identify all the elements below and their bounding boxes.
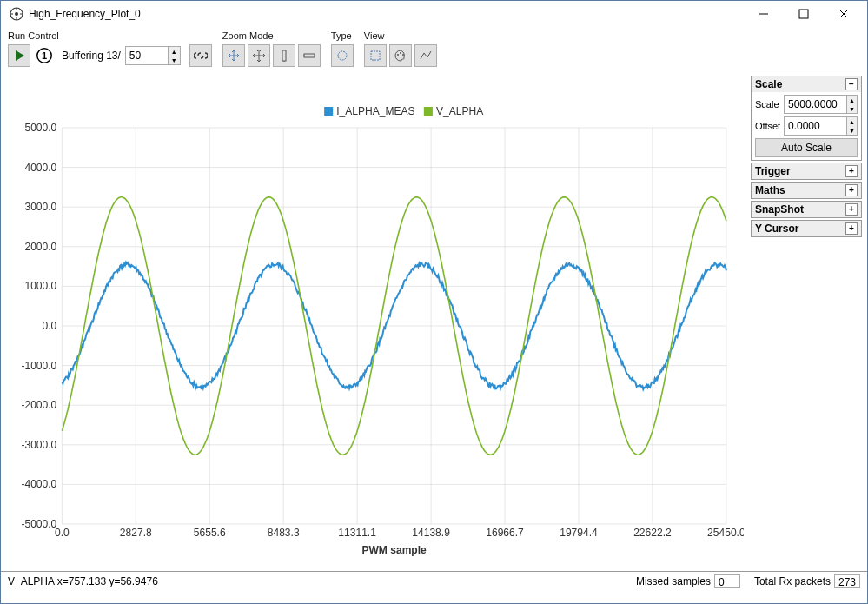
offset-input[interactable]	[785, 117, 846, 135]
scale-panel: Scale − Scale ▲▼ Offset ▲▼	[751, 76, 862, 161]
svg-rect-12	[371, 51, 380, 60]
svg-rect-59	[324, 107, 333, 116]
run-control-group: Run Control 1 Buffering 13/ ▲▼	[8, 30, 212, 67]
maximize-button[interactable]	[784, 1, 824, 27]
zoom-mode-group: Zoom Mode	[222, 30, 321, 67]
scale-panel-header[interactable]: Scale −	[752, 76, 861, 92]
buffer-size-input[interactable]	[126, 47, 168, 64]
svg-marker-6	[16, 50, 24, 61]
svg-text:14138.9: 14138.9	[412, 527, 450, 539]
missed-samples-value: 0	[714, 574, 740, 588]
svg-text:-4000.0: -4000.0	[21, 478, 56, 490]
maths-panel: Maths +	[751, 182, 862, 199]
scale-input[interactable]	[785, 96, 846, 113]
svg-text:5000.0: 5000.0	[24, 122, 56, 134]
svg-point-13	[397, 54, 399, 56]
svg-text:-1000.0: -1000.0	[21, 360, 56, 372]
buffer-down[interactable]: ▼	[169, 56, 180, 64]
svg-point-11	[338, 51, 347, 60]
svg-text:1: 1	[42, 50, 47, 61]
chart-area[interactable]: 0.02827.85655.68483.311311.114138.916966…	[1, 74, 751, 571]
window-title: High_Frequency_Plot_0	[29, 8, 744, 20]
statusbar: V_ALPHA x=757.133 y=56.9476 Missed sampl…	[1, 571, 867, 590]
rx-packets-label: Total Rx packets	[754, 575, 831, 587]
svg-text:11311.1: 11311.1	[338, 527, 376, 539]
svg-text:-5000.0: -5000.0	[21, 518, 56, 530]
plus-icon: +	[845, 222, 858, 235]
type-group: Type	[331, 30, 354, 67]
svg-point-1	[15, 12, 18, 16]
link-toggle[interactable]	[189, 44, 212, 67]
snapshot-panel-header[interactable]: SnapShot +	[752, 202, 861, 217]
close-button[interactable]	[824, 1, 864, 27]
svg-rect-9	[282, 50, 286, 61]
minus-icon: −	[845, 78, 858, 90]
pan-tool[interactable]	[248, 44, 270, 67]
maths-panel-header[interactable]: Maths +	[752, 183, 861, 198]
svg-text:4000.0: 4000.0	[24, 162, 56, 174]
offset-stepper[interactable]: ▲▼	[784, 116, 858, 136]
buffer-size-stepper[interactable]: ▲▼	[125, 46, 181, 65]
svg-text:I_ALPHA_MEAS: I_ALPHA_MEAS	[336, 105, 414, 117]
svg-rect-61	[424, 107, 433, 116]
svg-text:5655.6: 5655.6	[194, 527, 226, 539]
svg-text:-2000.0: -2000.0	[21, 399, 56, 411]
ycursor-panel-header[interactable]: Y Cursor +	[752, 221, 861, 236]
view-line-button[interactable]	[414, 44, 437, 67]
svg-text:3000.0: 3000.0	[24, 201, 56, 213]
trigger-panel: Trigger +	[751, 163, 862, 180]
cursor-readout: V_ALPHA x=757.133 y=56.9476	[8, 575, 622, 587]
plus-icon: +	[845, 203, 858, 216]
play-button[interactable]	[8, 44, 30, 67]
svg-text:2000.0: 2000.0	[24, 241, 56, 253]
svg-text:25450.0: 25450.0	[707, 527, 744, 539]
rx-packets-value: 273	[834, 574, 860, 588]
svg-text:1000.0: 1000.0	[24, 280, 56, 292]
zoom-vertical-tool[interactable]	[273, 44, 295, 67]
view-label: View	[364, 30, 437, 41]
run-control-label: Run Control	[8, 30, 212, 41]
scale-stepper[interactable]: ▲▼	[784, 95, 858, 114]
chart-canvas[interactable]: 0.02827.85655.68483.311311.114138.916966…	[10, 76, 744, 567]
svg-text:0.0: 0.0	[55, 527, 70, 539]
svg-text:V_ALPHA: V_ALPHA	[436, 105, 483, 117]
type-label: Type	[331, 30, 354, 41]
svg-rect-3	[799, 10, 808, 18]
svg-point-14	[400, 52, 401, 54]
zoom-horizontal-tool[interactable]	[298, 44, 321, 67]
svg-rect-10	[304, 54, 315, 57]
scale-field-label: Scale	[755, 99, 781, 110]
toolbar: Run Control 1 Buffering 13/ ▲▼ Zoom Mode	[1, 27, 867, 74]
svg-text:2827.8: 2827.8	[120, 527, 152, 539]
plus-icon: +	[845, 165, 858, 177]
side-panel: Scale − Scale ▲▼ Offset ▲▼	[751, 74, 867, 571]
svg-text:8483.3: 8483.3	[268, 527, 300, 539]
svg-text:16966.7: 16966.7	[486, 527, 524, 539]
svg-text:0.0: 0.0	[43, 320, 57, 332]
trigger-panel-header[interactable]: Trigger +	[752, 163, 861, 179]
buffering-label: Buffering 13/	[62, 50, 121, 62]
auto-scale-button[interactable]: Auto Scale	[755, 138, 858, 157]
cursor-tool[interactable]	[222, 44, 245, 67]
titlebar: High_Frequency_Plot_0	[1, 1, 867, 27]
svg-text:-3000.0: -3000.0	[21, 439, 56, 451]
ycursor-panel: Y Cursor +	[751, 220, 862, 237]
app-icon	[10, 7, 23, 21]
run-once-button[interactable]: 1	[33, 44, 56, 67]
svg-text:19794.4: 19794.4	[560, 527, 598, 539]
offset-field-label: Offset	[755, 121, 781, 131]
svg-text:22622.2: 22622.2	[633, 527, 672, 539]
snapshot-panel: SnapShot +	[751, 201, 862, 218]
svg-text:PWM sample: PWM sample	[361, 544, 427, 556]
buffer-up[interactable]: ▲	[169, 47, 180, 56]
view-group: View	[364, 30, 437, 67]
type-scope-button[interactable]	[331, 44, 354, 67]
svg-point-15	[402, 54, 404, 56]
view-box-button[interactable]	[364, 44, 387, 67]
minimize-button[interactable]	[744, 1, 784, 27]
plus-icon: +	[845, 184, 858, 196]
view-palette-button[interactable]	[389, 44, 412, 67]
missed-samples-label: Missed samples	[636, 575, 711, 587]
zoom-mode-label: Zoom Mode	[222, 30, 321, 41]
